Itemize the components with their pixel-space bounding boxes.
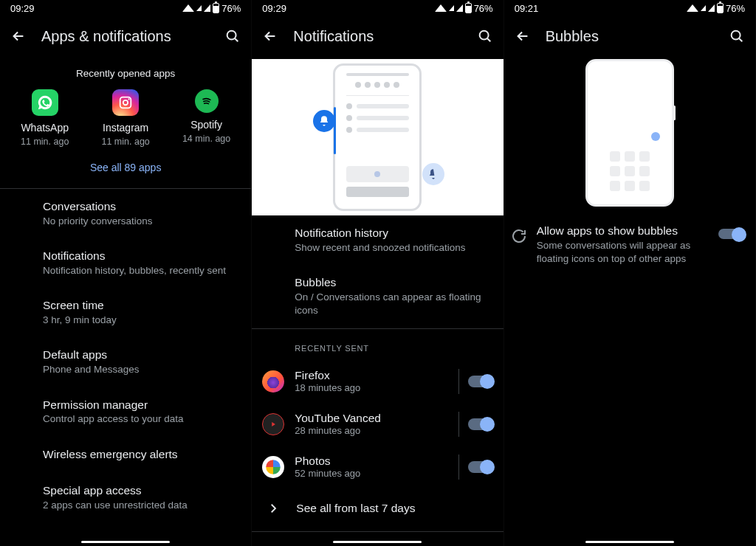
app-bar: Apps & notifications — [0, 16, 251, 56]
phone-illustration — [333, 63, 422, 211]
item-title: Allow apps to show bubbles — [537, 224, 709, 238]
signal-icon — [196, 5, 202, 11]
battery-pct: 76% — [221, 3, 241, 14]
recent-app-instagram[interactable]: Instagram 11 min. ago — [101, 89, 149, 147]
status-right: 76% — [687, 3, 745, 14]
app-bar: Notifications — [252, 16, 503, 56]
svg-point-3 — [128, 98, 130, 100]
item-bubbles[interactable]: Bubbles On / Conversations can appear as… — [252, 265, 503, 328]
recent-youtube-vanced[interactable]: YouTube Vanced 28 minutes ago — [252, 403, 503, 446]
screen-apps-notifications: 09:29 76% Apps & notifications Recently … — [0, 0, 252, 546]
search-icon[interactable] — [224, 28, 241, 44]
hero-illustration — [252, 59, 503, 215]
phone-illustration — [585, 59, 674, 207]
status-right: 76% — [435, 3, 493, 14]
gesture-navbar[interactable] — [585, 541, 674, 543]
bell-icon — [313, 110, 335, 132]
item-sub: Phone and Messages — [43, 363, 251, 376]
item-title: Firefox — [295, 369, 449, 382]
bubble-icon — [651, 132, 660, 141]
content: Notification history Show recent and sno… — [252, 56, 503, 546]
item-sub: Control app access to your data — [43, 412, 251, 426]
battery-icon — [213, 3, 219, 13]
toggle-photos[interactable] — [468, 461, 493, 473]
refresh-icon — [510, 227, 528, 245]
item-title: Default apps — [43, 348, 251, 363]
spotify-icon — [195, 89, 219, 113]
screen-notifications: 09:29 76% Notifications — [252, 0, 504, 546]
svg-point-5 — [732, 31, 740, 40]
item-wireless-alerts[interactable]: Wireless emergency alerts — [0, 437, 251, 473]
app-time: 11 min. ago — [21, 136, 69, 147]
item-title: Wireless emergency alerts — [43, 447, 251, 463]
search-icon[interactable] — [477, 28, 493, 44]
item-permission-manager[interactable]: Permission manager Control app access to… — [0, 387, 251, 437]
bell-off-icon — [422, 163, 444, 185]
back-icon[interactable] — [262, 28, 278, 44]
lock-screen-label: NOTIFICATIONS ON LOCK SCREEN — [252, 532, 503, 547]
hero-illustration — [504, 56, 755, 221]
gesture-navbar[interactable] — [81, 541, 170, 543]
recent-photos[interactable]: Photos 52 minutes ago — [252, 446, 503, 488]
item-sub: 3 hr, 9 min today — [43, 314, 251, 327]
recent-app-whatsapp[interactable]: WhatsApp 11 min. ago — [21, 89, 69, 147]
signal-icon — [456, 4, 463, 12]
item-screen-time[interactable]: Screen time 3 hr, 9 min today — [0, 288, 251, 337]
svg-point-4 — [479, 31, 488, 40]
firefox-icon — [262, 370, 284, 393]
gesture-navbar[interactable] — [333, 541, 422, 543]
status-bar: 09:29 76% — [252, 0, 503, 16]
allow-bubbles-row[interactable]: Allow apps to show bubbles Some conversa… — [504, 221, 755, 266]
toggle-bubbles[interactable] — [718, 229, 745, 239]
recently-sent-label: RECENTLY SENT — [252, 329, 503, 360]
instagram-icon — [112, 89, 139, 116]
item-conversations[interactable]: Conversations No priority conversations — [0, 189, 251, 238]
svg-point-2 — [123, 100, 128, 105]
app-bar: Bubbles — [504, 16, 755, 56]
back-icon[interactable] — [10, 28, 27, 44]
app-name: Spotify — [190, 119, 222, 131]
photos-icon — [262, 456, 284, 478]
item-notifications[interactable]: Notifications Notification history, bubb… — [0, 238, 251, 288]
app-time: 11 min. ago — [101, 136, 149, 147]
status-bar: 09:21 76% — [504, 0, 755, 16]
toggle-ytv[interactable] — [468, 418, 493, 430]
see-all-apps-link[interactable]: See all 89 apps — [0, 147, 251, 188]
item-sub: 18 minutes ago — [295, 382, 449, 393]
see-all-label: See all from last 7 days — [296, 502, 415, 515]
recent-firefox[interactable]: Firefox 18 minutes ago — [252, 360, 503, 403]
app-name: WhatsApp — [21, 122, 69, 134]
status-bar: 09:29 76% — [0, 0, 251, 16]
item-notification-history[interactable]: Notification history Show recent and sno… — [252, 215, 503, 265]
content: Recently opened apps WhatsApp 11 min. ag… — [0, 56, 251, 546]
signal-icon — [708, 4, 715, 12]
item-title: Permission manager — [43, 398, 251, 413]
search-icon[interactable] — [729, 28, 745, 44]
status-time: 09:29 — [262, 3, 286, 14]
chevron-right-icon — [267, 502, 280, 515]
wifi-icon — [182, 4, 194, 12]
back-icon[interactable] — [515, 28, 531, 44]
battery-pct: 76% — [474, 3, 493, 14]
item-title: Notification history — [295, 226, 503, 241]
status-time: 09:21 — [515, 3, 539, 14]
signal-icon — [449, 5, 454, 11]
item-default-apps[interactable]: Default apps Phone and Messages — [0, 337, 251, 387]
page-title: Bubbles — [546, 28, 714, 45]
svg-point-0 — [227, 31, 236, 40]
recent-app-spotify[interactable]: Spotify 14 min. ago — [182, 89, 230, 147]
item-title: Notifications — [43, 249, 251, 264]
see-all-7days[interactable]: See all from last 7 days — [252, 488, 503, 528]
page-title: Notifications — [293, 28, 461, 45]
item-sub: 2 apps can use unrestricted data — [43, 499, 251, 512]
divider-vertical — [458, 412, 459, 437]
item-sub: 28 minutes ago — [295, 425, 449, 436]
item-title: Special app access — [43, 483, 251, 499]
item-title: Conversations — [43, 199, 251, 215]
item-sub: Show recent and snoozed notifications — [295, 241, 503, 255]
toggle-firefox[interactable] — [468, 376, 493, 387]
item-special-app-access[interactable]: Special app access 2 apps can use unrest… — [0, 473, 251, 522]
app-name: Instagram — [103, 122, 148, 134]
battery-icon — [717, 3, 724, 13]
content: Allow apps to show bubbles Some conversa… — [504, 56, 755, 546]
